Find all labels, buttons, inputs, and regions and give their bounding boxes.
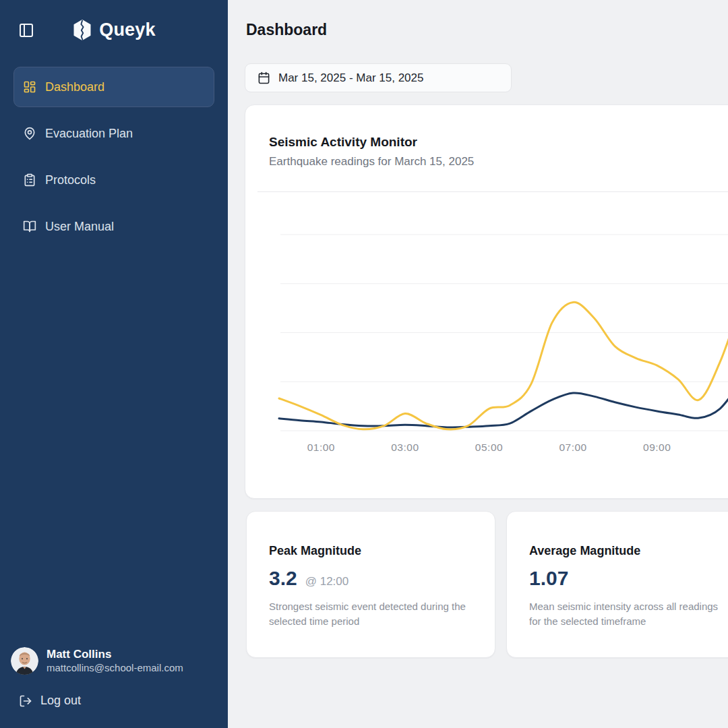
sidebar-item-label: Dashboard [45,80,104,94]
average-magnitude-card: Average Magnitude 1.07 Mean seismic inte… [506,511,728,658]
sidebar-item-evacuation-plan[interactable]: Evacuation Plan [13,113,214,154]
calendar-icon [257,71,270,84]
sidebar-item-label: Protocols [45,173,96,187]
logout-button[interactable]: Log out [0,694,228,708]
seismic-chart-card: Seismic Activity Monitor Earthquake read… [245,104,728,499]
x-axis-tick-label: 03:00 [391,442,419,453]
sidebar-item-protocols[interactable]: Protocols [13,160,214,200]
sidebar-item-label: Evacuation Plan [45,127,133,141]
date-range-picker[interactable]: Mar 15, 2025 - Mar 15, 2025 [245,63,512,92]
app-logo: Queyk [0,16,228,43]
chart-title: Seismic Activity Monitor [269,135,417,150]
app-window: Queyk Dashboard Evacuation [0,0,728,728]
peak-magnitude-value: 3.2 [269,567,297,590]
date-range-label: Mar 15, 2025 - Mar 15, 2025 [278,71,423,85]
card-divider [257,191,728,192]
sidebar-nav: Dashboard Evacuation Plan [0,67,228,247]
sidebar-spacer [0,247,228,647]
user-email: mattcollins@school-email.com [47,661,183,675]
stat-description: Strongest seismic event detected during … [269,599,466,629]
clipboard-icon [23,173,36,187]
seismic-line-chart[interactable]: 01:0003:0005:0007:0009:0011:00 [245,193,728,462]
navy-line [279,382,728,427]
user-info: Matt Collins mattcollins@school-email.co… [47,647,183,675]
page-title: Dashboard [246,21,327,39]
peak-magnitude-card: Peak Magnitude 3.2 @ 12:00 Strongest sei… [246,511,495,658]
stat-description: Mean seismic intensity across all readin… [529,599,726,629]
x-axis-tick-label: 01:00 [307,442,335,453]
x-axis-tick-label: 07:00 [559,442,586,453]
x-axis-tick-label: 05:00 [475,442,503,453]
app-title: Queyk [99,20,156,40]
logout-label: Log out [40,694,81,708]
stat-value-row: 3.2 @ 12:00 [269,567,348,590]
yellow-line [279,302,728,429]
avatar [11,647,38,675]
chart-subtitle: Earthquake readings for March 15, 2025 [269,155,474,169]
book-open-icon [23,220,36,233]
stat-value-row: 1.07 [529,567,576,590]
map-pin-icon [23,127,36,140]
user-name: Matt Collins [47,647,183,661]
main-content: Dashboard Mar 15, 2025 - Mar 15, 2025 Se… [228,0,728,728]
sidebar-item-user-manual[interactable]: User Manual [13,206,214,247]
sidebar: Queyk Dashboard Evacuation [0,0,228,728]
queyk-hexagon-logo-icon [72,19,92,41]
stat-title: Average Magnitude [529,544,640,558]
average-magnitude-value: 1.07 [529,567,568,590]
peak-magnitude-time: @ 12:00 [305,575,349,588]
sidebar-item-dashboard[interactable]: Dashboard [13,67,214,107]
stat-title: Peak Magnitude [269,544,361,558]
sidebar-header: Queyk [0,0,228,67]
user-profile[interactable]: Matt Collins mattcollins@school-email.co… [0,647,228,675]
dashboard-grid-icon [23,80,36,94]
logout-icon [19,694,32,708]
sidebar-item-label: User Manual [45,220,114,234]
x-axis-tick-label: 09:00 [643,442,671,453]
